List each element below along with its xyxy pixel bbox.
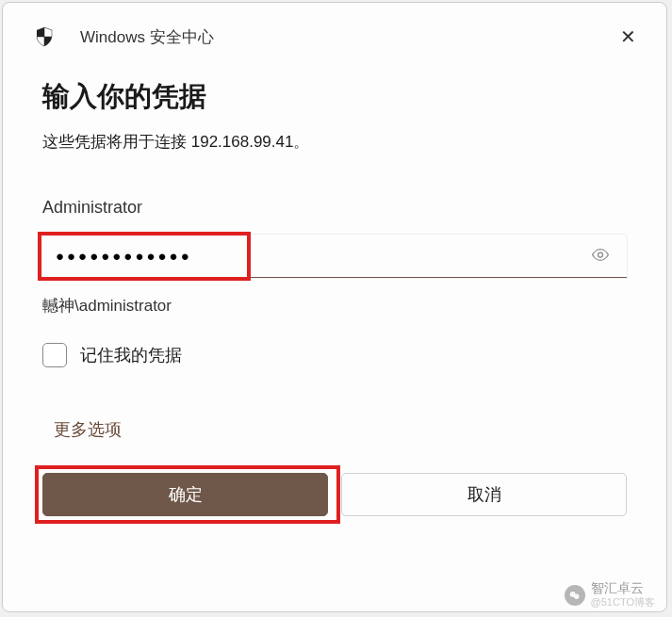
wechat-icon <box>565 585 585 606</box>
eye-icon <box>591 253 610 268</box>
more-options-link[interactable]: 更多选项 <box>54 418 122 441</box>
credentials-dialog: Windows 安全中心 ✕ 输入你的凭据 这些凭据将用于连接 192.168.… <box>2 2 667 612</box>
svg-point-6 <box>577 595 578 596</box>
shield-icon <box>33 25 56 48</box>
watermark-text-wrap: 智汇卓云 @51CTO博客 <box>591 581 655 609</box>
ok-button[interactable]: 确定 <box>42 473 328 516</box>
main-title: 输入你的凭据 <box>42 78 627 116</box>
dialog-content: 输入你的凭据 这些凭据将用于连接 192.168.99.41。 Administ… <box>3 67 666 473</box>
dialog-title: Windows 安全中心 <box>80 26 613 48</box>
domain-user-label: 轗神\administrator <box>42 295 627 317</box>
dialog-header: Windows 安全中心 ✕ <box>3 3 666 67</box>
svg-point-2 <box>574 593 579 598</box>
subtitle: 这些凭据将用于连接 192.168.99.41。 <box>42 131 627 153</box>
remember-label: 记住我的凭据 <box>80 344 182 366</box>
watermark-main: 智汇卓云 <box>591 581 655 595</box>
cancel-button[interactable]: 取消 <box>341 473 627 516</box>
watermark: 智汇卓云 @51CTO博客 <box>565 581 655 609</box>
close-icon: ✕ <box>620 26 636 47</box>
username-label: Administrator <box>42 198 627 218</box>
svg-point-0 <box>598 252 603 257</box>
svg-point-4 <box>573 593 574 594</box>
password-input[interactable] <box>42 235 627 278</box>
remember-checkbox[interactable] <box>42 343 67 367</box>
watermark-sub: @51CTO博客 <box>591 595 655 609</box>
svg-point-5 <box>575 595 576 596</box>
remember-row: 记住我的凭据 <box>42 343 627 367</box>
reveal-password-button[interactable] <box>587 242 614 271</box>
svg-point-3 <box>571 593 572 594</box>
close-button[interactable]: ✕ <box>613 22 644 52</box>
button-row: 确定 取消 <box>3 473 666 516</box>
password-field-wrap <box>42 235 627 278</box>
